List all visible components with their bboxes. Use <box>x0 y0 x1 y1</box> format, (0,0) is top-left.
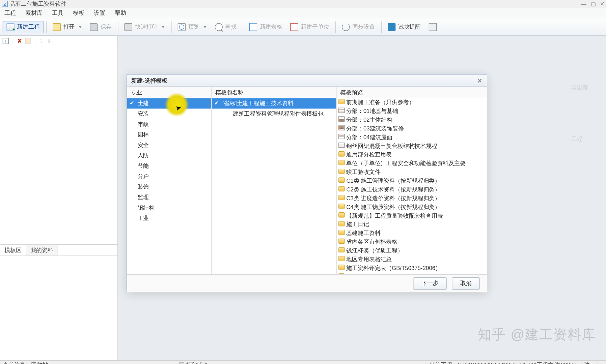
folder-icon <box>338 256 345 262</box>
profession-item[interactable]: 市政 <box>127 119 212 129</box>
template-tree[interactable] <box>0 46 117 244</box>
folder-icon <box>338 247 345 253</box>
dialog-close-icon[interactable]: ✕ <box>477 77 483 84</box>
info-icon[interactable]: i <box>3 38 9 44</box>
new-table-label: 新建表格 <box>260 23 282 31</box>
new-subunit-button[interactable]: 新建子单位 <box>287 21 333 33</box>
profession-list[interactable]: ✔土建安装市政园林安全人防节能分户装饰监理钢结构工业 <box>127 98 212 274</box>
profession-item[interactable]: 人防 <box>127 150 212 161</box>
menu-tools[interactable]: 工具 <box>52 9 63 17</box>
left-tabs: 模板区 我的资料 <box>0 244 117 256</box>
folder-icon <box>338 204 345 209</box>
preview-item[interactable]: 通用部分检查用表 <box>337 150 487 159</box>
down-arrow-icon[interactable]: ⇩ <box>47 38 51 44</box>
sync-icon <box>342 23 350 31</box>
preview-item[interactable]: C4类 施工物质资料（按新规程归类） <box>337 203 487 212</box>
folder-icon <box>338 212 345 218</box>
preview-item[interactable]: 施工日记 <box>337 220 487 229</box>
status-print: 打印状态： <box>186 361 214 364</box>
profession-item[interactable]: 分户 <box>127 172 212 182</box>
profession-item[interactable]: 安装 <box>127 109 212 119</box>
app-title: 品茗二代施工资料软件 <box>9 0 66 8</box>
profession-item[interactable]: 钢结构 <box>127 203 212 213</box>
menu-help[interactable]: 帮助 <box>115 9 126 17</box>
preview-item[interactable]: 分部：01地基与基础 <box>337 107 487 116</box>
menu-settings[interactable]: 设置 <box>94 9 105 17</box>
close-button[interactable]: ✕ <box>600 1 604 7</box>
menu-template[interactable]: 模板 <box>73 9 84 17</box>
profession-item[interactable]: ✔土建 <box>127 98 212 109</box>
folder-icon <box>338 239 345 244</box>
clipboard-button[interactable] <box>425 21 440 33</box>
up-arrow-icon[interactable]: ⇧ <box>39 38 44 44</box>
save-label: 保存 <box>101 23 112 31</box>
folder-icon <box>338 186 345 192</box>
package-list[interactable]: ✔[省标]土建工程施工技术资料建筑工程资料管理规程附件表模板包 <box>212 98 337 274</box>
folder-icon <box>338 273 345 274</box>
profession-item[interactable]: 园林 <box>127 129 212 140</box>
toolbar: 新建工程 打开▼ 保存 快速打印▼ 预览▼ 查找 新建表格 新建子单位 同步设置… <box>0 18 606 36</box>
maximize-button[interactable]: ▢ <box>591 1 596 7</box>
check-icon: ✔ <box>214 100 219 106</box>
print-icon <box>125 23 132 31</box>
preview-button[interactable]: 预览▼ <box>174 21 210 33</box>
chevron-down-icon: ▼ <box>203 25 207 29</box>
list-icon <box>338 116 345 122</box>
new-table-button[interactable]: 新建表格 <box>246 21 286 33</box>
package-item[interactable]: 建筑工程资料管理规程附件表模板包 <box>212 109 336 119</box>
profession-item[interactable]: 装饰 <box>127 182 212 192</box>
preview-item[interactable]: C1类 施工管理资料（按新规程归类） <box>337 177 487 185</box>
block-label: 试块提醒 <box>398 23 421 31</box>
folder-icon <box>338 151 345 157</box>
preview-item[interactable]: 省内各区市创杯表格 <box>337 238 487 246</box>
sync-settings-button[interactable]: 同步设置 <box>338 21 379 33</box>
table-icon <box>249 23 257 31</box>
package-item[interactable]: ✔[省标]土建工程施工技术资料 <box>212 98 336 109</box>
preview-item[interactable]: 基建施工资料 <box>337 229 487 238</box>
tab-template-area[interactable]: 模板区 <box>0 245 26 256</box>
quick-print-button[interactable]: 快速打印▼ <box>121 21 168 33</box>
quick-print-label: 快速打印 <box>135 23 158 31</box>
preview-item[interactable]: 分部：03建筑装饰装修 <box>337 124 487 133</box>
preview-item[interactable]: 地区专用表格汇总 <box>337 255 487 264</box>
preview-item[interactable]: 前期施工准备（只供参考） <box>337 98 487 107</box>
preview-item[interactable]: 竣工验收文件 <box>337 168 487 177</box>
cancel-button[interactable]: 取消 <box>452 277 480 289</box>
profession-item[interactable]: 安全 <box>127 140 212 150</box>
block-remind-button[interactable]: 试块提醒 <box>384 21 424 33</box>
minimize-button[interactable]: — <box>581 1 586 7</box>
delete-icon[interactable]: ✘ <box>17 37 22 44</box>
search-icon <box>215 23 222 31</box>
left-panel: i | ✘ | ⇧ ⇩ 模板区 我的资料 <box>0 36 118 360</box>
preview-item[interactable]: 分部：04建筑屋面 <box>337 133 487 142</box>
preview-item[interactable]: 【新规范】工程质量验收配套检查用表 <box>337 212 487 220</box>
preview-item[interactable]: 分部：02主体结构 <box>337 116 487 124</box>
next-button[interactable]: 下一步 <box>413 277 447 289</box>
list-icon <box>338 108 345 113</box>
preview-item[interactable]: 【温州】监理资料 <box>337 273 487 274</box>
tab-my-materials[interactable]: 我的资料 <box>26 245 58 255</box>
sync-label: 同步设置 <box>352 23 375 31</box>
find-button[interactable]: 查找 <box>211 21 240 33</box>
save-button[interactable]: 保存 <box>86 21 115 33</box>
profession-item[interactable]: 监理 <box>127 192 212 203</box>
folder-icon <box>338 221 345 226</box>
preview-item[interactable]: C2类 施工技术资料（按新规程归类） <box>337 185 487 194</box>
profession-item[interactable]: 节能 <box>127 161 212 171</box>
preview-tree[interactable]: 前期施工准备（只供参考）分部：01地基与基础分部：02主体结构分部：03建筑装饰… <box>337 98 487 274</box>
page-icon[interactable] <box>26 38 31 44</box>
preview-item[interactable]: 施工资料评定表（GB/T50375-2006） <box>337 264 487 273</box>
profession-item[interactable]: 工业 <box>127 213 212 224</box>
preview-item[interactable]: 钢丝网架混凝土复合板结构技术规程 <box>337 142 487 151</box>
preview-item[interactable]: 钱江杯奖（优质工程） <box>337 246 487 255</box>
preview-item[interactable]: C3类 进度造价资料（按新规程归类） <box>337 194 487 203</box>
dialog-titlebar[interactable]: 新建-选择模板 ✕ <box>127 74 487 87</box>
open-button[interactable]: 打开▼ <box>49 21 85 33</box>
menu-project[interactable]: 工程 <box>4 9 16 17</box>
open-label: 打开 <box>63 23 75 31</box>
preview-item[interactable]: 单位（子单位）工程安全和功能检验资料及主要 <box>337 159 487 168</box>
new-project-button[interactable]: 新建工程 <box>3 21 44 33</box>
menu-material[interactable]: 素材库 <box>25 9 42 17</box>
title-bar: Z 品茗二代施工资料软件 — ▢ ✕ <box>0 0 606 8</box>
folder-icon <box>338 169 345 174</box>
